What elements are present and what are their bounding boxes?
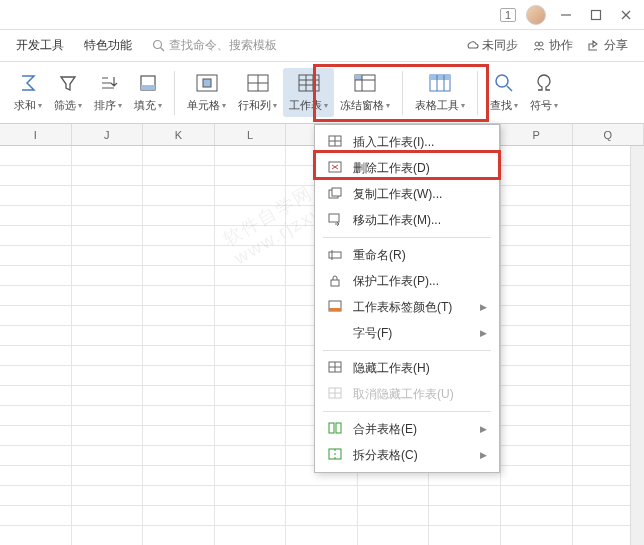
search-box[interactable]: 查找命令、搜索模板 <box>152 37 277 54</box>
cell-button[interactable]: 单元格▾ <box>181 68 232 117</box>
cell[interactable] <box>501 186 573 205</box>
cell[interactable] <box>72 306 144 325</box>
cell[interactable] <box>143 186 215 205</box>
rowcol-button[interactable]: 行和列▾ <box>232 68 283 117</box>
cell[interactable] <box>215 246 287 265</box>
close-button[interactable] <box>616 5 636 25</box>
cell[interactable] <box>215 386 287 405</box>
tab-dev-tools[interactable]: 开发工具 <box>16 37 64 54</box>
cell[interactable] <box>143 386 215 405</box>
cell[interactable] <box>0 386 72 405</box>
cell[interactable] <box>0 346 72 365</box>
col-header[interactable]: L <box>215 124 287 145</box>
cell[interactable] <box>501 246 573 265</box>
cell[interactable] <box>143 486 215 505</box>
cell[interactable] <box>143 366 215 385</box>
cell[interactable] <box>72 406 144 425</box>
cell[interactable] <box>72 526 144 545</box>
cell[interactable] <box>0 266 72 285</box>
cell[interactable] <box>0 486 72 505</box>
cell[interactable] <box>143 426 215 445</box>
cell[interactable] <box>501 226 573 245</box>
cell[interactable] <box>215 306 287 325</box>
sum-button[interactable]: 求和▾ <box>8 68 48 117</box>
cell[interactable] <box>143 266 215 285</box>
cell[interactable] <box>501 146 573 165</box>
cell[interactable] <box>215 426 287 445</box>
menu-merge-tables[interactable]: 合并表格(E) ▶ <box>315 416 499 442</box>
cell[interactable] <box>72 506 144 525</box>
maximize-button[interactable] <box>586 5 606 25</box>
cell[interactable] <box>0 186 72 205</box>
cell[interactable] <box>143 306 215 325</box>
filter-button[interactable]: 筛选▾ <box>48 68 88 117</box>
cell[interactable] <box>501 306 573 325</box>
cell[interactable] <box>501 166 573 185</box>
cell[interactable] <box>72 286 144 305</box>
cell[interactable] <box>0 226 72 245</box>
cell[interactable] <box>72 166 144 185</box>
vertical-scrollbar[interactable] <box>630 146 644 545</box>
cell[interactable] <box>501 426 573 445</box>
tabletools-button[interactable]: 表格工具▾ <box>409 68 471 117</box>
col-header[interactable]: K <box>143 124 215 145</box>
cell[interactable] <box>429 486 501 505</box>
cell[interactable] <box>358 526 430 545</box>
worksheet-button[interactable]: 工作表▾ <box>283 68 334 117</box>
symbol-button[interactable]: 符号▾ <box>524 68 564 117</box>
menu-tab-color[interactable]: 工作表标签颜色(T) ▶ <box>315 294 499 320</box>
cell[interactable] <box>0 426 72 445</box>
cell[interactable] <box>429 506 501 525</box>
cell[interactable] <box>286 506 358 525</box>
cell[interactable] <box>0 526 72 545</box>
cell[interactable] <box>215 146 287 165</box>
cell[interactable] <box>0 166 72 185</box>
cell[interactable] <box>72 366 144 385</box>
cell[interactable] <box>0 366 72 385</box>
menu-split-tables[interactable]: 拆分表格(C) ▶ <box>315 442 499 468</box>
cell[interactable] <box>215 406 287 425</box>
cell[interactable] <box>215 346 287 365</box>
cell[interactable] <box>215 206 287 225</box>
cell[interactable] <box>501 286 573 305</box>
cell[interactable] <box>143 466 215 485</box>
cell[interactable] <box>143 506 215 525</box>
cell[interactable] <box>143 226 215 245</box>
cell[interactable] <box>501 526 573 545</box>
cell[interactable] <box>72 186 144 205</box>
cell[interactable] <box>0 146 72 165</box>
cell[interactable] <box>215 186 287 205</box>
cell[interactable] <box>215 486 287 505</box>
cell[interactable] <box>72 206 144 225</box>
cell[interactable] <box>72 466 144 485</box>
cell[interactable] <box>501 326 573 345</box>
cell[interactable] <box>501 506 573 525</box>
cell[interactable] <box>143 406 215 425</box>
tab-features[interactable]: 特色功能 <box>84 37 132 54</box>
cell[interactable] <box>501 386 573 405</box>
cell[interactable] <box>215 326 287 345</box>
cell[interactable] <box>286 526 358 545</box>
cell[interactable] <box>0 326 72 345</box>
cell[interactable] <box>501 466 573 485</box>
cell[interactable] <box>72 146 144 165</box>
fill-button[interactable]: 填充▾ <box>128 68 168 117</box>
col-header[interactable]: J <box>72 124 144 145</box>
menu-rename[interactable]: 重命名(R) <box>315 242 499 268</box>
sort-button[interactable]: 排序▾ <box>88 68 128 117</box>
cell[interactable] <box>286 486 358 505</box>
cell[interactable] <box>358 486 430 505</box>
cell[interactable] <box>0 406 72 425</box>
cell[interactable] <box>143 206 215 225</box>
cell[interactable] <box>143 326 215 345</box>
cell[interactable] <box>72 446 144 465</box>
share-button[interactable]: 分享 <box>587 37 628 54</box>
cell[interactable] <box>0 446 72 465</box>
cell[interactable] <box>501 446 573 465</box>
cell[interactable] <box>501 206 573 225</box>
sync-button[interactable]: 未同步 <box>465 37 518 54</box>
cell[interactable] <box>143 166 215 185</box>
menu-move-worksheet[interactable]: 移动工作表(M)... <box>315 207 499 233</box>
menu-insert-worksheet[interactable]: 插入工作表(I)... <box>315 129 499 155</box>
cell[interactable] <box>143 246 215 265</box>
